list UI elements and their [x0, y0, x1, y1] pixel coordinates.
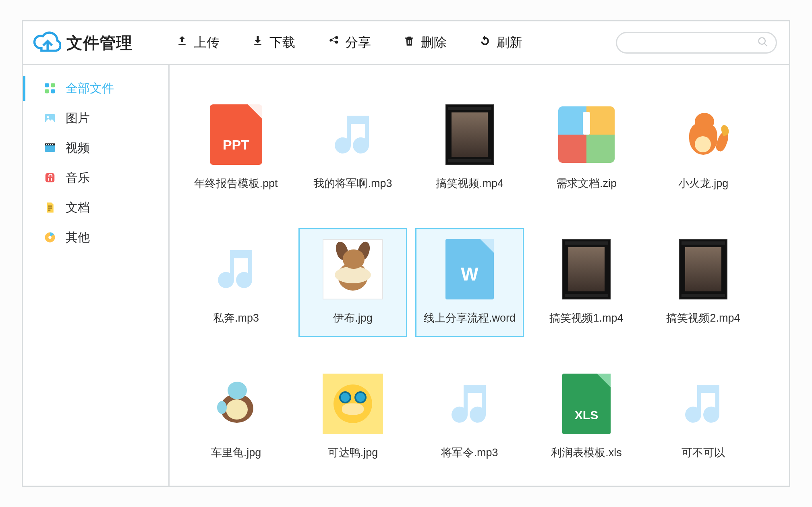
sidebar-item-label: 全部文件	[66, 80, 114, 97]
file-item[interactable]: 搞笑视频1.mp4	[532, 228, 641, 337]
file-name: 线上分享流程.word	[419, 311, 520, 325]
file-item[interactable]: 伊布.jpg	[298, 228, 407, 337]
download-icon	[252, 35, 264, 50]
file-item[interactable]: 可不可以	[649, 363, 758, 472]
file-name: 车里龟.jpg	[186, 445, 286, 460]
xls-badge: XLS	[562, 408, 611, 422]
share-label: 分享	[345, 34, 371, 52]
file-name: 将军令.mp3	[419, 445, 520, 460]
file-item[interactable]: PPT 年终报告模板.ppt	[182, 94, 290, 202]
file-thumbnail	[323, 104, 383, 165]
delete-label: 删除	[421, 34, 447, 52]
file-thumbnail	[556, 239, 617, 299]
file-thumbnail	[673, 374, 733, 434]
file-name: 年终报告模板.ppt	[186, 176, 286, 191]
audio-icon	[445, 379, 494, 429]
music-icon	[43, 171, 57, 185]
download-button[interactable]: 下载	[252, 34, 295, 52]
sidebar-item-music[interactable]: 音乐	[23, 163, 168, 193]
file-thumbnail	[439, 374, 500, 434]
grid-icon	[43, 81, 57, 95]
file-name: 搞笑视频1.mp4	[536, 311, 637, 325]
refresh-label: 刷新	[497, 34, 522, 52]
file-thumbnail	[206, 374, 266, 434]
sidebar-item-label: 文档	[66, 199, 90, 216]
file-name: 利润表模板.xls	[536, 445, 637, 460]
sidebar: 全部文件 图片 视频 音乐 文档 其他	[23, 64, 170, 486]
delete-button[interactable]: 删除	[403, 34, 447, 52]
image-thumbnail	[323, 239, 383, 299]
audio-icon	[212, 244, 260, 294]
ppt-badge: PPT	[210, 137, 262, 153]
trash-icon	[403, 35, 415, 50]
zip-icon	[558, 106, 615, 163]
file-item[interactable]: 搞笑视频2.mp4	[649, 228, 758, 337]
sidebar-item-label: 音乐	[66, 170, 90, 186]
file-thumbnail	[323, 239, 383, 299]
file-thumbnail	[673, 239, 733, 299]
file-thumbnail	[673, 104, 733, 165]
upload-button[interactable]: 上传	[176, 34, 220, 52]
svg-rect-9	[48, 144, 49, 145]
image-thumbnail	[323, 374, 383, 434]
file-item[interactable]: 车里龟.jpg	[182, 363, 290, 472]
audio-icon	[679, 379, 727, 429]
toolbar: 上传 下载 分享 删除 刷新	[176, 34, 522, 52]
file-item[interactable]: W 线上分享流程.word	[415, 228, 524, 337]
app-title: 文件管理	[66, 32, 133, 54]
file-name: 搞笑视频2.mp4	[653, 311, 754, 325]
file-name: 可不可以	[653, 445, 754, 460]
document-icon	[43, 201, 57, 214]
svg-rect-10	[50, 144, 51, 145]
file-item[interactable]: XLS 利润表模板.xls	[532, 363, 641, 472]
file-thumbnail	[206, 239, 266, 299]
cloud-logo-icon	[33, 30, 61, 56]
file-name: 小火龙.jpg	[653, 176, 754, 191]
sidebar-item-label: 视频	[66, 140, 90, 156]
sidebar-item-all[interactable]: 全部文件	[23, 73, 168, 103]
search-icon	[757, 36, 768, 49]
sidebar-item-doc[interactable]: 文档	[23, 193, 168, 222]
svg-rect-8	[46, 144, 47, 145]
share-icon	[327, 35, 340, 50]
file-thumbnail: W	[439, 239, 500, 299]
file-name: 我的将军啊.mp3	[302, 176, 403, 191]
word-badge: W	[445, 263, 494, 285]
file-item[interactable]: 我的将军啊.mp3	[298, 94, 407, 202]
svg-rect-11	[52, 144, 53, 145]
svg-rect-0	[45, 83, 49, 87]
file-item[interactable]: 将军令.mp3	[415, 363, 524, 472]
image-icon	[43, 111, 57, 125]
share-button[interactable]: 分享	[327, 34, 371, 52]
file-name: 需求文档.zip	[536, 176, 637, 191]
file-grid: PPT 年终报告模板.ppt 我的将军啊.mp3 搞笑视频.mp4 需求文档.z…	[182, 94, 777, 472]
search-box[interactable]	[616, 32, 777, 54]
file-item[interactable]: 小火龙.jpg	[649, 94, 758, 202]
sidebar-item-image[interactable]: 图片	[23, 103, 168, 133]
download-label: 下载	[269, 34, 295, 52]
file-thumbnail	[556, 104, 617, 165]
file-item[interactable]: 可达鸭.jpg	[298, 363, 407, 472]
video-icon	[43, 141, 57, 155]
search-input[interactable]	[624, 37, 757, 48]
app-logo: 文件管理	[33, 30, 133, 56]
refresh-button[interactable]: 刷新	[479, 34, 522, 52]
video-thumbnail	[679, 239, 727, 299]
file-thumbnail	[439, 104, 500, 165]
svg-rect-1	[51, 83, 55, 87]
sidebar-item-other[interactable]: 其他	[23, 222, 168, 252]
sidebar-item-label: 图片	[66, 110, 90, 127]
file-item[interactable]: 私奔.mp3	[182, 228, 290, 337]
file-thumbnail: PPT	[206, 104, 266, 165]
refresh-icon	[479, 35, 491, 50]
file-name: 伊布.jpg	[302, 311, 403, 325]
sidebar-item-video[interactable]: 视频	[23, 133, 168, 163]
audio-icon	[329, 110, 377, 160]
svg-point-5	[47, 116, 49, 118]
file-item[interactable]: 搞笑视频.mp4	[415, 94, 524, 202]
body: 全部文件 图片 视频 音乐 文档 其他 P	[23, 64, 789, 486]
file-item[interactable]: 需求文档.zip	[532, 94, 641, 202]
file-name: 搞笑视频.mp4	[419, 176, 520, 191]
file-name: 私奔.mp3	[186, 311, 286, 325]
upload-label: 上传	[194, 34, 220, 52]
